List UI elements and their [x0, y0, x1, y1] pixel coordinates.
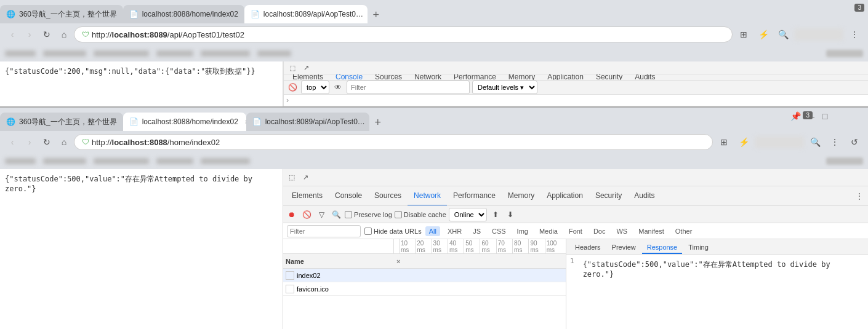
tick-100ms: 100 ms — [545, 239, 561, 253]
devtools-tab-console-2[interactable]: Console — [329, 186, 368, 206]
tab-aoptest02[interactable]: 📄 localhost:8089/api/AopTest0… — [246, 113, 369, 131]
filter-doc-btn-2[interactable]: Doc — [590, 226, 609, 236]
home-btn-1[interactable]: ⌂ — [57, 27, 71, 42]
devtools-tab-network-1[interactable]: Network — [408, 74, 448, 81]
thunder-btn-1[interactable]: ⚡ — [755, 26, 772, 43]
network-item-favicon[interactable]: favicon.ico — [283, 282, 566, 296]
tab-close-aop[interactable]: × — [367, 9, 368, 19]
hide-data-urls-checkbox-2[interactable] — [364, 228, 372, 235]
levels-select-1[interactable]: Default levels ▾ — [472, 81, 537, 94]
devtools-tab-sources-1[interactable]: Sources — [369, 74, 408, 81]
page-response-2: {"statusCode":500,"value":"存在异常Attempted… — [0, 169, 283, 329]
address-input-1[interactable]: 🛡 http://localhost:8089/api/AopTest01/te… — [74, 26, 733, 42]
back-btn-1[interactable]: ‹ — [5, 27, 20, 42]
filter-media-btn-2[interactable]: Media — [536, 226, 561, 236]
filter-ws-btn-2[interactable]: WS — [613, 226, 631, 236]
devtools-inspect-btn-2[interactable]: ⬚ — [286, 172, 298, 184]
more-btn-2[interactable]: ⋮ — [826, 133, 843, 151]
devtools-tab-elements-1[interactable]: Elements — [286, 74, 329, 81]
filter-other-btn-2[interactable]: Other — [672, 226, 696, 236]
devtools-tab-memory-2[interactable]: Memory — [502, 186, 540, 206]
menu-btn-1[interactable]: ⋮ — [846, 26, 863, 43]
preserve-log-checkbox-2[interactable] — [345, 211, 352, 218]
forward-btn-1[interactable]: › — [22, 27, 37, 42]
reload-btn-2[interactable]: ↻ — [39, 135, 54, 149]
devtools-more-btn-2[interactable]: ⋮ — [853, 190, 866, 202]
clear-console-btn-1[interactable]: 🚫 — [286, 81, 299, 93]
detail-tab-preview-2[interactable]: Preview — [607, 242, 641, 254]
disable-cache-checkbox-2[interactable] — [395, 211, 402, 218]
filter-all-btn-2[interactable]: All — [425, 226, 440, 236]
devtools-tab-console-1[interactable]: Console — [329, 74, 369, 81]
back-btn-2[interactable]: ‹ — [5, 135, 20, 149]
filter-css-btn-2[interactable]: CSS — [488, 226, 510, 236]
tab-360[interactable]: 🌐 360导航_一个主页，整个世界 — [0, 5, 123, 23]
extensions-btn-1[interactable]: ⊞ — [735, 26, 752, 43]
filter-font-btn-2[interactable]: Font — [565, 226, 586, 236]
devtools-tab-application-1[interactable]: Application — [541, 74, 590, 81]
search-network-btn-2[interactable]: 🔍 — [330, 208, 342, 221]
network-item-index02[interactable]: index02 — [283, 269, 566, 282]
devtools-tab-security-1[interactable]: Security — [590, 74, 629, 81]
download-btn-2[interactable]: ⬇ — [504, 208, 516, 221]
search-btn-1[interactable]: 🔍 — [774, 26, 792, 43]
extensions-btn-2[interactable]: ⊞ — [715, 133, 733, 151]
reload-btn-1[interactable]: ↻ — [39, 27, 54, 42]
context-select-1[interactable]: top — [301, 81, 329, 94]
login-blur-1 — [826, 50, 863, 57]
thunder-btn-2[interactable]: ⚡ — [735, 133, 752, 151]
devtools-tab-performance-1[interactable]: Performance — [448, 74, 502, 81]
detail-tab-headers-2[interactable]: Headers — [570, 242, 606, 254]
eye-btn-1[interactable]: 👁 — [332, 81, 344, 93]
home-btn-2[interactable]: ⌂ — [57, 135, 71, 149]
tick-80ms: 80 ms — [512, 239, 528, 253]
maximize-btn-2[interactable]: □ — [819, 110, 831, 122]
devtools-inspect-btn-1[interactable]: ⬚ — [286, 61, 299, 74]
devtools-pointer-btn-1[interactable]: ↗ — [300, 61, 312, 74]
console-toolbar-1: 🚫 top 👁 Default levels ▾ — [284, 81, 868, 95]
network-item-name-2: favicon.ico — [297, 285, 383, 293]
tab-index02-2[interactable]: 📄 localhost:8088/home/index02 × — [123, 113, 246, 131]
devtools-tab-memory-1[interactable]: Memory — [502, 74, 541, 81]
detail-tab-response-2[interactable]: Response — [642, 242, 683, 254]
devtools-tab-security-2[interactable]: Security — [589, 186, 628, 206]
devtools-pointer-btn-2[interactable]: ↗ — [299, 172, 311, 184]
detail-tab-timing-2[interactable]: Timing — [683, 242, 713, 254]
filter-js-btn-2[interactable]: JS — [469, 226, 484, 236]
devtools-tab-application-2[interactable]: Application — [540, 186, 589, 206]
extra-btn-2[interactable]: ↺ — [846, 133, 863, 151]
devtools-tab-network-2[interactable]: Network — [408, 186, 447, 206]
tab-favicon-aop: 📄 — [251, 10, 260, 18]
throttle-select-2[interactable]: Online — [449, 208, 487, 221]
clear-network-btn-2[interactable]: 🚫 — [300, 208, 313, 221]
network-item-icon-1 — [286, 271, 294, 280]
filter-xhr-btn-2[interactable]: XHR — [444, 226, 465, 236]
tab-close-index02-2[interactable]: × — [242, 117, 246, 127]
network-col-name-header-2: Name — [286, 258, 396, 265]
filter-manifest-btn-2[interactable]: Manifest — [635, 226, 668, 236]
devtools-tab-audits-1[interactable]: Audits — [629, 74, 661, 81]
forward-btn-2[interactable]: › — [22, 135, 37, 149]
console-filter-input-1[interactable] — [347, 81, 470, 94]
devtools-tab-performance-2[interactable]: Performance — [447, 186, 502, 206]
new-tab-btn-1[interactable]: + — [368, 6, 385, 23]
filter-toggle-btn-2[interactable]: ▽ — [315, 208, 328, 221]
pin-btn-2[interactable]: 📌 — [789, 110, 802, 122]
address-input-2[interactable]: 🛡 http://localhost:8088/home/index02 — [74, 134, 713, 150]
tab-aoptest01[interactable]: 📄 localhost:8089/api/AopTest0… × — [244, 5, 368, 23]
filter-img-btn-2[interactable]: Img — [513, 226, 532, 236]
upload-btn-2[interactable]: ⬆ — [489, 208, 502, 221]
devtools-tab-audits-2[interactable]: Audits — [628, 186, 661, 206]
devtools-tab-elements-2[interactable]: Elements — [286, 186, 329, 206]
search-btn-2[interactable]: 🔍 — [806, 133, 824, 151]
new-tab-btn-2[interactable]: + — [369, 114, 387, 131]
tab-index02-1[interactable]: 📄 localhost:8088/home/index02 — [123, 5, 244, 23]
tab-360-2[interactable]: 🌐 360导航_一个主页，整个世界 — [0, 113, 123, 131]
network-col-x-header-2: × — [396, 258, 411, 265]
tab-label-aop: localhost:8089/api/AopTest0… — [263, 10, 363, 18]
tab-favicon-360-2: 🌐 — [6, 117, 15, 126]
network-filter-input-2[interactable] — [287, 225, 361, 237]
record-stop-btn-2[interactable]: ⏺ — [286, 208, 298, 221]
devtools-tab-sources-2[interactable]: Sources — [368, 186, 408, 206]
tab-label-index02-2: localhost:8088/home/index02 — [142, 117, 238, 126]
